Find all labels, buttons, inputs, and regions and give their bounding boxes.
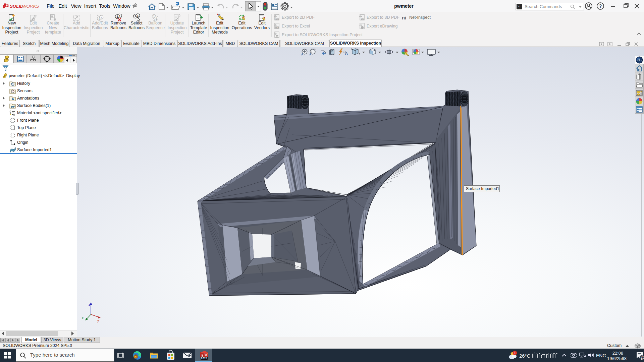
svg-text:2024: 2024 (201, 357, 207, 360)
svg-text:?: ? (599, 3, 602, 9)
svg-text:2: 2 (641, 356, 643, 359)
svg-text:1: 1 (137, 14, 139, 17)
svg-text:A: A (345, 51, 348, 56)
svg-text:y: y (97, 319, 99, 322)
svg-text:W: W (205, 353, 208, 356)
svg-text:3: 3 (154, 18, 156, 21)
svg-text:ni: ni (402, 15, 406, 20)
svg-text:WORKS: WORKS (22, 4, 39, 9)
svg-text:X: X (277, 26, 278, 28)
svg-text:PDF: PDF (275, 18, 279, 20)
svg-text:1: 1 (101, 16, 102, 19)
svg-text:1: 1 (514, 351, 516, 355)
svg-text:A: A (11, 97, 14, 101)
svg-text:PDF: PDF (361, 18, 365, 20)
svg-text:SOLID: SOLID (10, 4, 23, 9)
svg-text:1: 1 (119, 14, 121, 18)
svg-text:x: x (82, 316, 84, 320)
svg-text:z: z (89, 303, 90, 306)
svg-text:SW: SW (275, 36, 279, 38)
